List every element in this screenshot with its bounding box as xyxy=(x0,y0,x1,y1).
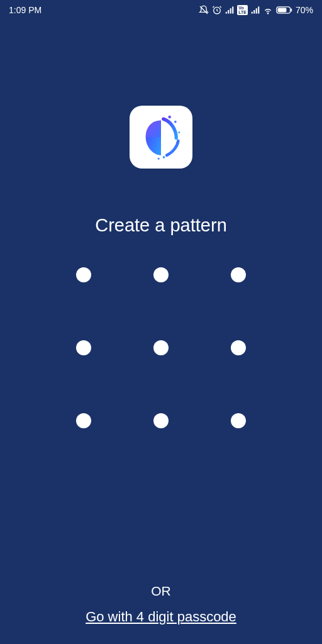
svg-rect-8 xyxy=(256,8,257,13)
svg-rect-4 xyxy=(230,8,231,13)
pattern-dot-2[interactable] xyxy=(153,267,169,282)
pattern-dot-7[interactable] xyxy=(76,413,91,428)
alarm-icon xyxy=(212,5,222,15)
svg-rect-2 xyxy=(226,12,227,14)
volte-badge: VoLTE xyxy=(237,5,248,15)
pattern-dot-8[interactable] xyxy=(153,413,169,428)
svg-rect-9 xyxy=(258,6,259,13)
svg-point-18 xyxy=(158,158,160,160)
svg-point-15 xyxy=(174,121,177,123)
pattern-dot-5[interactable] xyxy=(153,340,169,355)
or-divider: OR xyxy=(0,584,322,599)
svg-rect-12 xyxy=(278,8,287,13)
pattern-dot-3[interactable] xyxy=(231,267,246,282)
status-bar: 1:09 PM VoLTE xyxy=(0,0,322,20)
svg-rect-13 xyxy=(291,8,292,11)
svg-rect-5 xyxy=(232,6,233,13)
notification-off-icon xyxy=(199,5,209,15)
signal-icon-2 xyxy=(251,6,260,14)
status-time: 1:09 PM xyxy=(9,5,42,15)
svg-rect-3 xyxy=(228,10,229,14)
svg-rect-6 xyxy=(252,12,253,14)
svg-rect-7 xyxy=(253,10,255,14)
passcode-link[interactable]: Go with 4 digit passcode xyxy=(0,609,322,625)
battery-icon xyxy=(276,6,292,14)
page-title: Create a pattern xyxy=(0,215,322,236)
svg-point-16 xyxy=(178,131,180,133)
svg-point-10 xyxy=(267,13,268,14)
pattern-dot-4[interactable] xyxy=(76,340,91,355)
pattern-input[interactable] xyxy=(75,267,247,428)
pattern-dot-1[interactable] xyxy=(76,267,91,282)
pattern-dot-6[interactable] xyxy=(231,340,246,355)
wifi-icon xyxy=(263,5,273,15)
svg-point-17 xyxy=(163,156,165,158)
pattern-dot-9[interactable] xyxy=(231,413,246,428)
signal-icon-1 xyxy=(225,6,234,14)
svg-point-14 xyxy=(168,116,171,119)
battery-percent: 70% xyxy=(296,5,313,15)
app-logo xyxy=(130,106,192,169)
